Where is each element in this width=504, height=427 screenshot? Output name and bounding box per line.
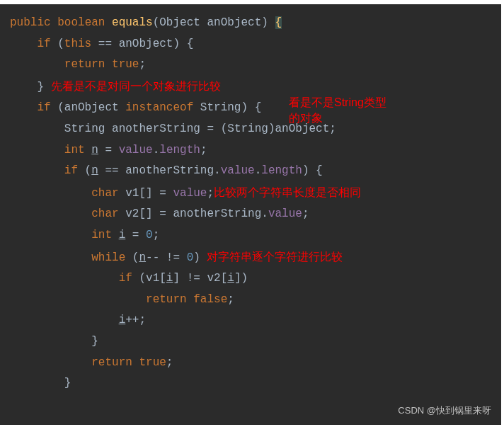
keyword-if: if [119, 272, 132, 285]
var-anotherstring: anotherString [125, 164, 214, 177]
code-line: i++; [10, 310, 501, 331]
annotation-2-line1: 看是不是String类型 [289, 95, 386, 110]
code-line: String anotherString = (String)anObject; [10, 119, 501, 140]
var-i: i [227, 272, 234, 285]
code-line: if (this == anObject) { [10, 34, 501, 55]
literal-zero: 0 [187, 251, 194, 264]
type-string: String [200, 101, 241, 114]
code-editor: public boolean equals(Object anObject) {… [0, 4, 501, 425]
keyword-while: while [91, 251, 125, 264]
annotation-2: 看是不是String类型 的对象 [289, 95, 386, 127]
var-anotherstring: anotherString [173, 207, 261, 220]
keyword-public: public [10, 16, 51, 29]
keyword-int: int [64, 144, 85, 156]
member-value: value [119, 144, 153, 156]
code-line: } [10, 373, 501, 394]
keyword-false: false [193, 293, 227, 306]
var-v2: v2 [207, 272, 220, 285]
keyword-return: return [91, 356, 132, 369]
var-anotherstring: anotherString [112, 123, 200, 135]
var-i: i [119, 314, 126, 326]
annotation-1: 先看是不是对同一个对象进行比较 [51, 80, 221, 92]
keyword-instanceof: instanceof [125, 101, 193, 114]
code-line: int i = 0; [10, 225, 501, 246]
type-string: String [64, 123, 105, 135]
annotation-4: 对字符串逐个字符进行比较 [207, 251, 343, 263]
var-v1: v1 [146, 272, 159, 285]
brackets: [] [139, 207, 152, 220]
keyword-char: char [91, 187, 118, 200]
member-value: value [221, 164, 255, 177]
var-n: n [91, 144, 98, 156]
keyword-if: if [37, 38, 50, 50]
member-value: value [173, 187, 207, 200]
code-line: if (n == anotherString.value.length) { [10, 161, 501, 182]
annotation-3: 比较两个字符串长度是否相同 [214, 186, 361, 198]
keyword-return: return [64, 58, 105, 71]
code-line: if (anObject instanceof String) { [10, 98, 501, 119]
var-v2: v2 [125, 207, 139, 220]
param-type: Object [159, 16, 200, 29]
var-n: n [91, 164, 98, 177]
keyword-this: this [64, 38, 91, 50]
code-line: char v1[] = value;比较两个字符串长度是否相同 [10, 182, 501, 205]
watermark: CSDN @快到锅里来呀 [398, 402, 491, 419]
code-line: } [10, 331, 501, 353]
identifier: anObject [64, 101, 119, 114]
identifier: anObject [119, 38, 173, 50]
var-n: n [139, 251, 146, 264]
code-line: return true; [10, 55, 501, 76]
brace-open: { [275, 16, 282, 29]
keyword-return: return [146, 293, 187, 306]
member-length: length [261, 164, 302, 177]
brackets: [] [139, 187, 152, 200]
code-line: return true; [10, 353, 501, 374]
param-name: anObject [207, 16, 261, 29]
var-i: i [119, 229, 126, 241]
keyword-if: if [64, 164, 78, 177]
keyword-char: char [91, 207, 118, 220]
literal-zero: 0 [146, 229, 153, 241]
code-line: char v2[] = anotherString.value; [10, 204, 501, 225]
keyword-int: int [91, 229, 112, 241]
var-i: i [166, 272, 173, 285]
keyword-boolean: boolean [57, 16, 105, 29]
member-length: length [159, 144, 200, 156]
annotation-2-line2: 的对象 [289, 110, 386, 126]
code-line: int n = value.length; [10, 140, 501, 161]
keyword-true: true [139, 356, 166, 369]
method-name: equals [112, 16, 153, 29]
code-line: if (v1[i] != v2[i]) [10, 268, 501, 290]
keyword-if: if [37, 101, 50, 114]
member-value: value [268, 207, 302, 220]
var-v1: v1 [125, 187, 139, 200]
code-line: return false; [10, 290, 501, 311]
code-line: } 先看是不是对同一个对象进行比较 [10, 76, 501, 98]
code-line: public boolean equals(Object anObject) { [10, 13, 501, 34]
keyword-true: true [112, 58, 139, 71]
code-line: while (n-- != 0) 对字符串逐个字符进行比较 [10, 246, 501, 269]
